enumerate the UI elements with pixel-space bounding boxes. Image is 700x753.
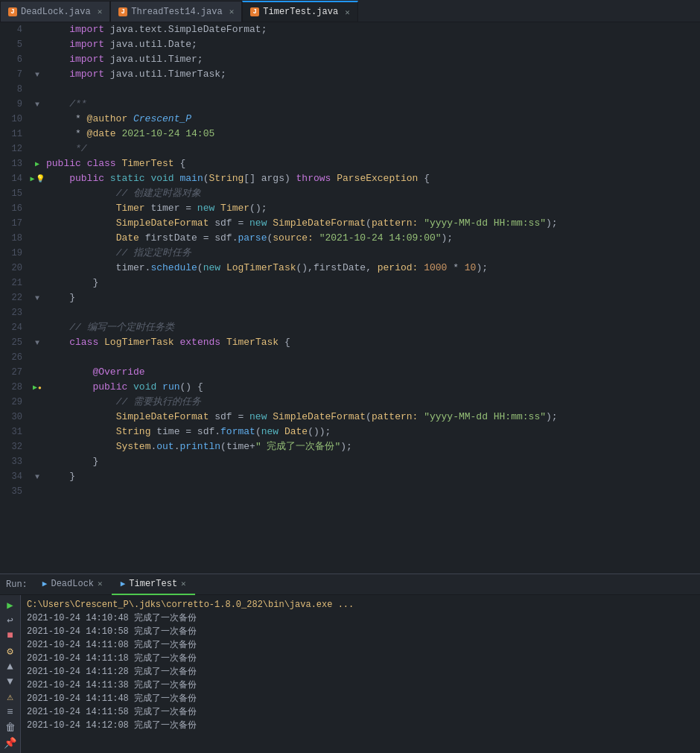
line-row-14: 14▶💡 [0,171,46,186]
code-line-22: } [46,290,700,305]
pin-button[interactable]: 📌 [2,736,19,750]
line-number-21: 21 [0,278,28,288]
code-line-24: // 编写一个定时任务类 [46,320,700,335]
code-line-15: // 创建定时器对象 [46,186,700,201]
tab-timertest-label: TimerTest.java [263,7,338,17]
code-line-28: public void run() { [46,380,700,395]
run-tab-timertest-label: TimerTest [129,579,177,589]
line-number-8: 8 [0,84,28,95]
run-icon2-28[interactable]: ▶ [33,383,37,392]
fold-icon-34[interactable]: ▼ [28,473,46,481]
scroll-up-button[interactable]: ▲ [2,659,19,673]
code-line-23 [46,305,700,320]
line-row-22: 22▼ [0,290,46,305]
fold-icon-22[interactable]: ▼ [28,294,46,302]
line-row-10: 10 [0,112,46,127]
line-number-20: 20 [0,263,28,273]
filter-button[interactable]: ≡ [2,705,19,719]
code-line-21: } [46,276,700,290]
editor-area: 4567▼89▼10111213▶14▶💡1516171819202122▼23… [0,22,700,574]
line-number-34: 34 [0,471,28,482]
code-line-31: String time = sdf.format(new Date()); [46,425,700,439]
run-tab-deadlock-close[interactable]: ✕ [98,579,103,588]
scroll-down-button[interactable]: ▼ [2,675,19,689]
line-number-25: 25 [0,337,28,348]
run-tab-timertest-close[interactable]: ✕ [181,579,186,588]
code-line-32: System.out.println(time+" 完成了一次备份"); [46,439,700,454]
line-number-5: 5 [0,39,28,50]
java-icon-timertest: J [250,7,259,16]
line-number-32: 32 [0,442,28,452]
tab-bar: J DeadLock.java ✕ J ThreadTest14.java ✕ … [0,0,700,22]
line-row-35: 35 [0,484,46,499]
clear-button[interactable]: 🗑 [2,721,19,735]
code-line-19: // 指定定时任务 [46,246,700,261]
run-button[interactable]: ▶ [2,598,19,612]
tab-deadlock-close[interactable]: ✕ [98,7,103,16]
code-line-30: SimpleDateFormat sdf = new SimpleDateFor… [46,410,700,425]
line-row-4: 4 [0,22,46,37]
stop-button[interactable]: ■ [2,629,19,643]
code-line-20: timer.schedule(new LogTimerTask(),firstD… [46,261,700,276]
tab-threadtest-close[interactable]: ✕ [229,7,235,16]
console-output-line-5: 2021-10-24 14:11:38 完成了一次备份 [27,679,694,692]
line-number-6: 6 [0,54,28,65]
tab-threadtest[interactable]: J ThreadTest14.java ✕ [110,1,242,22]
line-row-8: 8 [0,82,46,97]
line-number-30: 30 [0,412,28,422]
run-icon-14[interactable]: ▶ [30,174,34,183]
console-output-line-8: 2021-10-24 14:12:08 完成了一次备份 [27,719,694,732]
line-row-32: 32 [0,439,46,454]
tab-timertest-close[interactable]: ✕ [345,7,350,17]
console-output-line-7: 2021-10-24 14:11:58 完成了一次备份 [27,705,694,719]
tab-timertest[interactable]: J TimerTest.java ✕ [242,1,357,22]
code-line-12: */ [46,142,700,156]
run-label: Run: [0,579,34,590]
console-output-line-2: 2021-10-24 14:11:08 完成了一次备份 [27,638,694,652]
line-row-20: 20 [0,261,46,276]
line-row-34: 34▼ [0,469,46,484]
code-line-29: // 需要执行的任务 [46,395,700,410]
fold-icon-25[interactable]: ▼ [28,339,46,347]
code-line-18: Date firstDate = sdf.parse(source: "2021… [46,231,700,246]
line-row-7: 7▼ [0,67,46,82]
fold-icon-13[interactable]: ▶ [28,159,46,168]
line-number-13: 13 [0,159,28,169]
rerun-button[interactable]: ↩ [2,614,19,628]
code-line-6: import java.util.Timer; [46,52,700,67]
line-number-7: 7 [0,69,28,80]
fold-icon-7[interactable]: ▼ [28,71,46,79]
run-fold-bulb-icon-14[interactable]: ▶💡 [28,174,46,183]
code-line-27: @Override [46,365,700,380]
bulb-icon-14[interactable]: 💡 [36,174,45,183]
code-line-9: /** [46,97,700,112]
console-output-line-1: 2021-10-24 14:10:58 完成了一次备份 [27,625,694,638]
tab-deadlock-label: DeadLock.java [21,7,91,17]
tab-deadlock[interactable]: J DeadLock.java ✕ [0,1,110,22]
settings-button[interactable]: ⚙ [2,644,19,658]
line-number-14: 14 [0,174,28,184]
line-number-26: 26 [0,352,28,363]
line-number-16: 16 [0,203,28,214]
code-line-25: class LogTimerTask extends TimerTask { [46,335,700,350]
line-row-30: 30 [0,410,46,425]
run-dot-icon-28[interactable]: ▶● [28,383,46,392]
run-tab-deadlock[interactable]: ▶ DeadLock ✕ [34,574,112,595]
line-row-21: 21 [0,276,46,290]
line-row-9: 9▼ [0,97,46,112]
line-number-23: 23 [0,308,28,318]
console-output-line-0: 2021-10-24 14:10:48 完成了一次备份 [27,611,694,625]
code-content[interactable]: import java.text.SimpleDateFormat; impor… [46,22,700,574]
run-tabs: ▶ DeadLock ✕ ▶ TimerTest ✕ [34,574,195,595]
line-number-17: 17 [0,218,28,229]
line-row-23: 23 [0,305,46,320]
console-output-line-3: 2021-10-24 14:11:18 完成了一次备份 [27,652,694,665]
warning-button[interactable]: ⚠ [2,690,19,705]
line-row-19: 19 [0,246,46,261]
run-indicator-13[interactable]: ▶ [35,159,39,168]
fold-icon-9[interactable]: ▼ [28,101,46,109]
line-row-27: 27 [0,365,46,380]
run-tab-timertest[interactable]: ▶ TimerTest ✕ [112,574,195,595]
line-number-11: 11 [0,129,28,139]
line-number-9: 9 [0,99,28,109]
